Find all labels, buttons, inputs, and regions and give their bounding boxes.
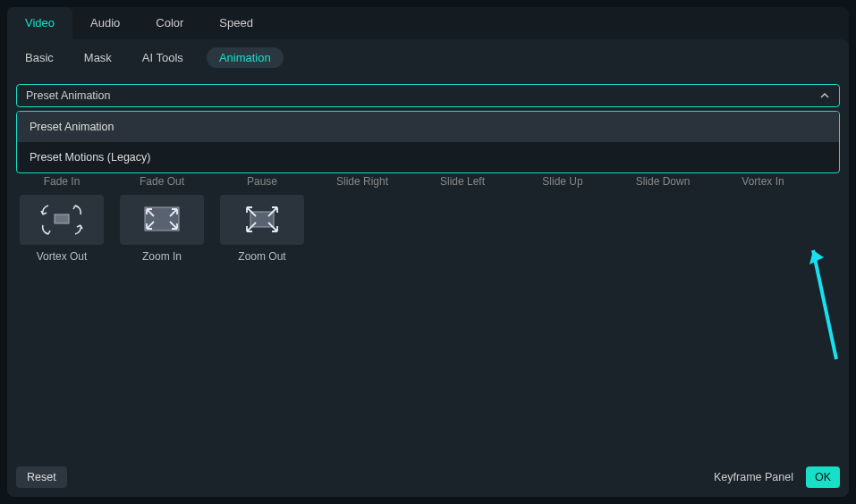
preset-label-fade-in: Fade In — [20, 175, 104, 188]
vortex-out-icon — [20, 195, 104, 245]
preset-label-zoom-out: Zoom Out — [238, 250, 285, 263]
dropdown-option-preset-animation[interactable]: Preset Animation — [17, 112, 839, 142]
preset-row-2: Vortex Out Zoom In — [16, 195, 840, 263]
ok-button[interactable]: OK — [806, 466, 840, 488]
subtab-ai-tools[interactable]: AI Tools — [135, 47, 191, 68]
preset-label-vortex-in: Vortex In — [721, 175, 805, 188]
sub-tabs: Basic Mask AI Tools Animation — [7, 39, 849, 75]
preset-zoom-out[interactable]: Zoom Out — [220, 195, 304, 263]
preset-dropdown-header[interactable]: Preset Animation — [16, 84, 840, 107]
preset-row-1-labels: Fade In Fade Out Pause Slide Right Slide… — [16, 175, 840, 188]
tab-audio[interactable]: Audio — [72, 7, 138, 39]
subtab-mask[interactable]: Mask — [77, 47, 119, 68]
footer: Reset Keyframe Panel OK — [16, 466, 840, 488]
subtab-basic[interactable]: Basic — [18, 47, 61, 68]
preset-label-slide-down: Slide Down — [621, 175, 705, 188]
svg-line-3 — [813, 250, 836, 359]
top-tabs: Video Audio Color Speed — [7, 7, 849, 39]
keyframe-panel-link[interactable]: Keyframe Panel — [714, 471, 793, 483]
footer-right: Keyframe Panel OK — [714, 466, 840, 488]
content-area: Preset Animation Preset Animation Preset… — [7, 75, 849, 497]
preset-label-slide-up: Slide Up — [521, 175, 605, 188]
preset-label-slide-right: Slide Right — [320, 175, 404, 188]
tab-color[interactable]: Color — [138, 7, 201, 39]
preset-dropdown-list: Preset Animation Preset Motions (Legacy) — [16, 111, 840, 173]
svg-rect-1 — [145, 207, 179, 231]
preset-label-pause: Pause — [220, 175, 304, 188]
preset-dropdown-value: Preset Animation — [26, 89, 111, 102]
tab-video[interactable]: Video — [7, 7, 72, 39]
inspector-panel: Video Audio Color Speed Basic Mask AI To… — [7, 7, 849, 497]
preset-zoom-in[interactable]: Zoom In — [120, 195, 204, 263]
preset-vortex-out[interactable]: Vortex Out — [20, 195, 104, 263]
preset-dropdown: Preset Animation Preset Animation Preset… — [16, 84, 840, 107]
preset-label-slide-left: Slide Left — [420, 175, 504, 188]
zoom-out-icon — [220, 195, 304, 245]
reset-button[interactable]: Reset — [16, 466, 67, 488]
tab-speed[interactable]: Speed — [201, 7, 271, 39]
zoom-in-icon — [120, 195, 204, 245]
svg-rect-0 — [55, 214, 69, 223]
subtab-animation[interactable]: Animation — [207, 47, 284, 68]
dropdown-option-preset-motions-legacy[interactable]: Preset Motions (Legacy) — [17, 142, 839, 172]
preset-label-fade-out: Fade Out — [120, 175, 204, 188]
preset-label-vortex-out: Vortex Out — [37, 250, 88, 263]
preset-label-zoom-in: Zoom In — [142, 250, 182, 263]
chevron-up-icon — [819, 90, 830, 101]
